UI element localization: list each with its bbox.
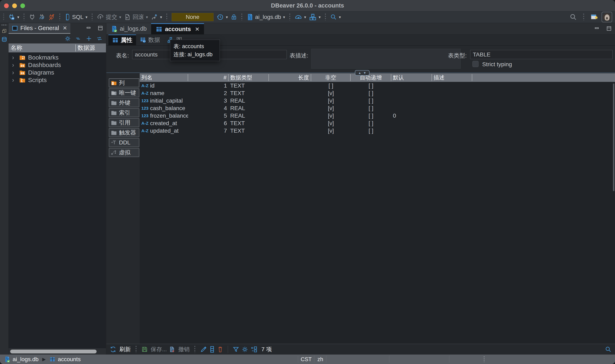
side-tab-indexes[interactable]: 索引 bbox=[109, 108, 139, 117]
timezone-cell[interactable]: CST bbox=[298, 356, 314, 363]
reconnect-button[interactable] bbox=[37, 13, 47, 22]
editor-tab-ai-logs[interactable]: ai_logs.db bbox=[106, 23, 151, 34]
column-row-frozen-balance[interactable]: 123frozen_balance 5 REAL [v] [ ] 0 bbox=[140, 112, 615, 119]
active-datasource-combo[interactable]: ai_logs.db ▾ bbox=[245, 13, 286, 22]
disconnect-button[interactable] bbox=[47, 13, 56, 22]
files-general-tab[interactable]: Files - General ✕ bbox=[9, 23, 70, 34]
auto-increment-checkbox[interactable]: [ ] bbox=[351, 105, 391, 112]
not-null-checkbox[interactable]: [ ] bbox=[311, 82, 351, 89]
global-search-icon[interactable] bbox=[569, 13, 577, 21]
auto-increment-checkbox[interactable]: [ ] bbox=[351, 98, 391, 104]
column-row-name[interactable]: A-Zname 2 TEXT [v] [ ] bbox=[140, 89, 615, 97]
not-null-checkbox[interactable]: [v] bbox=[311, 120, 351, 127]
minimize-window-button[interactable] bbox=[12, 3, 17, 8]
chevron-right-icon[interactable]: › bbox=[12, 61, 17, 69]
tree-item-label[interactable]: Scripts bbox=[28, 77, 47, 83]
header-description[interactable]: 描述 bbox=[432, 74, 472, 81]
not-null-checkbox[interactable]: [v] bbox=[311, 105, 351, 112]
table-type-input[interactable] bbox=[470, 50, 613, 59]
user-profile-button[interactable] bbox=[601, 12, 612, 22]
save-button[interactable]: 保存... bbox=[141, 346, 167, 353]
undo-button[interactable]: 撤销 bbox=[169, 346, 190, 353]
settings-gear-icon[interactable] bbox=[65, 35, 71, 42]
column-divider[interactable] bbox=[75, 44, 76, 52]
side-tab-columns[interactable]: 列 bbox=[109, 78, 139, 87]
transaction-log-button[interactable]: ▾ bbox=[149, 13, 164, 22]
breadcrumb-object[interactable]: accounts bbox=[58, 356, 81, 363]
not-null-checkbox[interactable]: [v] bbox=[311, 98, 351, 104]
subtab-data[interactable]: 数据 bbox=[136, 35, 164, 45]
header-column-name[interactable]: 列名 bbox=[140, 74, 188, 81]
delete-row-trash-icon[interactable] bbox=[217, 346, 223, 353]
side-tab-virtual[interactable]: 虚拟 bbox=[109, 148, 139, 157]
toolbar-search-button[interactable]: ▾ bbox=[329, 13, 342, 22]
side-tab-foreign-keys[interactable]: 外键 bbox=[109, 98, 139, 107]
side-tab-unique-keys[interactable]: 唯一键 bbox=[109, 88, 139, 97]
minimize-editor-icon[interactable] bbox=[594, 26, 600, 32]
grid-settings-gear-icon[interactable] bbox=[241, 346, 248, 353]
maximize-panel-icon[interactable] bbox=[97, 25, 104, 31]
not-null-checkbox[interactable]: [v] bbox=[311, 128, 351, 134]
transaction-isolation-combo[interactable]: None bbox=[172, 13, 214, 21]
columns-grid-header[interactable]: 列名 # 数据类型 长度 非空 自动递增 默认 描述 bbox=[140, 73, 615, 82]
name-column-header[interactable]: 名称 bbox=[9, 44, 75, 52]
column-row-initial-capital[interactable]: 123initial_capital 3 REAL [v] [ ] bbox=[140, 97, 615, 104]
tree-item-label[interactable]: Bookmarks bbox=[28, 54, 59, 61]
dashboard-button[interactable]: ▾ bbox=[293, 13, 308, 22]
configure-columns-icon[interactable] bbox=[250, 346, 258, 353]
database-navigator-icon[interactable] bbox=[1, 37, 7, 43]
filter-funnel-icon[interactable] bbox=[232, 346, 239, 353]
header-default[interactable]: 默认 bbox=[391, 74, 432, 81]
lock-button[interactable] bbox=[229, 13, 239, 22]
language-cell[interactable]: zh bbox=[314, 356, 326, 363]
refresh-button[interactable]: 刷新 bbox=[109, 346, 131, 353]
collapse-up-icon[interactable]: ▲ bbox=[358, 71, 361, 74]
breadcrumb-connection[interactable]: ai_logs.db bbox=[13, 356, 39, 363]
sql-editor-button[interactable]: SQL ▾ bbox=[63, 13, 89, 22]
tree-item-bookmarks[interactable]: › Bookmarks bbox=[9, 54, 106, 61]
rollback-button[interactable]: 回滚 ▾ bbox=[123, 13, 150, 22]
link-with-editor-icon[interactable] bbox=[96, 35, 103, 42]
restore-panels-icon[interactable] bbox=[2, 28, 7, 34]
side-tab-references[interactable]: 引用 bbox=[109, 118, 139, 127]
connect-button[interactable] bbox=[27, 13, 37, 22]
auto-increment-checkbox[interactable]: [ ] bbox=[351, 113, 391, 119]
splitter-collapse-control[interactable]: ▲ ▼ bbox=[355, 70, 369, 76]
header-ordinal[interactable]: # bbox=[188, 74, 229, 81]
chevron-right-icon[interactable]: › bbox=[12, 69, 17, 76]
side-tab-ddl[interactable]: DDL bbox=[109, 138, 139, 147]
auto-increment-checkbox[interactable]: [ ] bbox=[351, 82, 391, 89]
files-horizontal-scrollbar[interactable] bbox=[9, 348, 106, 354]
tree-item-label[interactable]: Diagrams bbox=[28, 69, 54, 76]
column-row-created-at[interactable]: A-Zcreated_at 6 TEXT [v] [ ] bbox=[140, 119, 615, 127]
open-perspective-icon[interactable] bbox=[590, 13, 598, 21]
collapse-all-icon[interactable] bbox=[75, 35, 82, 42]
grid-search-icon[interactable] bbox=[605, 346, 612, 353]
chevron-right-icon[interactable]: › bbox=[12, 76, 17, 84]
tree-item-diagrams[interactable]: › Diagrams bbox=[9, 69, 106, 76]
editor-tab-accounts[interactable]: accounts ✕ bbox=[151, 23, 204, 34]
tree-item-scripts[interactable]: › Scripts bbox=[9, 76, 106, 84]
table-description-textarea[interactable] bbox=[311, 49, 461, 69]
maximize-editor-icon[interactable] bbox=[606, 26, 612, 32]
close-window-button[interactable] bbox=[4, 3, 9, 8]
strict-typing-checkbox[interactable] bbox=[472, 61, 478, 67]
not-null-checkbox[interactable]: [v] bbox=[311, 90, 351, 96]
auto-increment-checkbox[interactable]: [ ] bbox=[351, 90, 391, 96]
chevron-right-icon[interactable]: › bbox=[12, 54, 17, 61]
new-connection-button[interactable]: ▾ bbox=[7, 13, 21, 22]
grid-vertical-scrollbar[interactable] bbox=[613, 83, 615, 191]
datasource-column-header[interactable]: 数据源 bbox=[76, 44, 106, 52]
column-row-updated-at[interactable]: A-Zupdated_at 7 TEXT [v] [ ] bbox=[140, 127, 615, 134]
statusbar-breadcrumb[interactable]: ai_logs.db ▶ accounts bbox=[0, 356, 81, 363]
close-icon[interactable]: ✕ bbox=[195, 26, 200, 32]
not-null-checkbox[interactable]: [v] bbox=[311, 113, 351, 119]
column-row-cash-balance[interactable]: 123cash_balance 4 REAL [v] [ ] bbox=[140, 104, 615, 112]
files-columns-header[interactable]: 名称 数据源 bbox=[9, 43, 106, 52]
edit-pencil-icon[interactable] bbox=[200, 346, 207, 353]
auto-increment-checkbox[interactable]: [ ] bbox=[351, 120, 391, 127]
tree-item-label[interactable]: Dashboards bbox=[28, 62, 61, 68]
commit-button[interactable]: 提交 ▾ bbox=[96, 13, 123, 22]
header-data-type[interactable]: 数据类型 bbox=[229, 74, 269, 81]
expand-all-icon[interactable] bbox=[86, 35, 92, 42]
